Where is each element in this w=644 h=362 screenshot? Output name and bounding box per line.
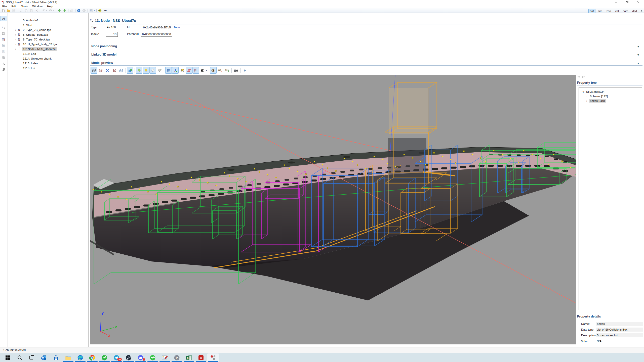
tree-item[interactable]: 0: AuthorInfo	[8, 18, 88, 23]
property-tree-item[interactable]: ›Spheres [192]	[579, 94, 642, 99]
light-2-button[interactable]	[143, 67, 149, 74]
taskbar-telegram[interactable]: 36	[111, 353, 122, 362]
expander-icon[interactable]: ›	[14, 48, 17, 51]
light-animate-button[interactable]	[156, 67, 163, 74]
section-chevron-up-icon[interactable]: ▲	[637, 62, 642, 65]
tree-item[interactable]: ›10: U_Type7_body_02.tga	[8, 42, 88, 47]
taskbar-steam[interactable]	[123, 353, 134, 362]
property-tree-item[interactable]: ∨SH3ZonesCtrl	[579, 89, 642, 94]
taskbar-store[interactable]	[50, 353, 62, 362]
expander-icon[interactable]: ›	[14, 43, 17, 46]
camera-button[interactable]	[233, 67, 239, 74]
new-id-link[interactable]: New	[174, 26, 180, 29]
show-shapes-button[interactable]	[127, 67, 133, 74]
render-mode-dropdown[interactable]: ▼	[206, 70, 207, 71]
taskbar-phone[interactable]	[147, 353, 158, 362]
id-input[interactable]	[141, 25, 172, 30]
expander-icon[interactable]: ›	[585, 95, 589, 98]
file-tab-zon[interactable]: zon	[605, 9, 613, 13]
taskbar-search[interactable]	[14, 353, 26, 362]
file-tab-dsd[interactable]: dsd	[631, 9, 638, 13]
texture-filter-button[interactable]	[1, 42, 7, 48]
render-mode-button[interactable]	[199, 67, 206, 74]
tree-item[interactable]: 1: Start	[8, 23, 88, 27]
font-filter-button[interactable]: A	[1, 60, 7, 66]
taskbar-outlook[interactable]	[38, 353, 50, 362]
close-button[interactable]	[633, 0, 644, 4]
move-down-button[interactable]	[62, 9, 67, 13]
tree-item[interactable]: ›5: Uboat7_body.tga	[8, 32, 88, 37]
info-filter-button[interactable]: i	[1, 54, 7, 60]
taskbar-discord[interactable]	[135, 353, 146, 362]
menu-edit[interactable]: Edit	[9, 5, 19, 8]
file-tab-sim[interactable]: sim	[596, 9, 604, 13]
grid-button[interactable]	[165, 67, 172, 74]
placement-filter-button[interactable]	[1, 66, 7, 72]
minimize-button[interactable]	[610, 0, 621, 4]
tree-item[interactable]: ›2: Type_7C_camo.tga	[8, 27, 88, 32]
menu-window[interactable]: Window	[30, 5, 45, 8]
show-zones-button[interactable]	[210, 67, 217, 74]
tree-item[interactable]: ›13: Node - NSS_Uboat7c	[8, 47, 88, 51]
taskbar-whatsapp[interactable]	[99, 353, 110, 362]
expander-icon[interactable]: ›	[14, 28, 17, 31]
taskbar-task-view[interactable]	[26, 353, 38, 362]
axes-button[interactable]	[172, 67, 179, 74]
taskbar-acrobat[interactable]: A	[195, 353, 207, 362]
property-tree-item[interactable]: ›Boxes [110]	[579, 99, 642, 103]
solid-button[interactable]	[111, 67, 117, 74]
expander-icon[interactable]: ∨	[581, 90, 585, 93]
new-button[interactable]	[1, 9, 6, 13]
open-button[interactable]	[6, 9, 11, 13]
menu-file[interactable]: File	[0, 5, 9, 8]
file-tab-val[interactable]: val	[614, 9, 620, 13]
show-spheres-button[interactable]: S	[217, 67, 223, 74]
bounding-box-button[interactable]	[118, 67, 124, 74]
wireframe-button[interactable]	[91, 67, 97, 74]
taskbar-chrome[interactable]	[87, 353, 98, 362]
light-1-button[interactable]	[136, 67, 142, 74]
rotate-view-button[interactable]	[224, 67, 230, 74]
tree-item[interactable]: 1216: Eof	[8, 66, 88, 70]
file-tab-cam[interactable]: cam	[621, 9, 630, 13]
filter-all-button[interactable]: All	[1, 16, 7, 21]
taskbar-excel[interactable]: X	[183, 353, 195, 362]
vertex-points-button[interactable]	[104, 67, 111, 74]
taskbar-silent-3ditor[interactable]	[207, 353, 219, 362]
index-input[interactable]	[106, 32, 118, 37]
light-3-button[interactable]	[149, 67, 156, 74]
section-linked-3d-model[interactable]: Linked 3D model▼	[90, 51, 642, 57]
tree-item[interactable]: 1213: End	[8, 51, 88, 56]
file-tab-dat[interactable]: dat	[588, 9, 595, 13]
expander-icon[interactable]: ›	[585, 100, 589, 102]
section-node-positioning[interactable]: Node positioning▼	[90, 42, 642, 49]
node-filter-button[interactable]	[1, 24, 7, 30]
sim-file-button[interactable]: SIM	[103, 9, 108, 13]
text-filter-button[interactable]	[1, 48, 7, 54]
gr2-viewer-button[interactable]: G	[97, 9, 103, 13]
section-chevron-down-icon[interactable]: ▼	[637, 54, 642, 56]
wire-shaded-button[interactable]	[97, 67, 104, 74]
clip-plane-button[interactable]	[186, 67, 192, 74]
section-model-preview[interactable]: Model preview▲	[90, 59, 642, 66]
tree-item[interactable]: 1214: Unknown chunk	[8, 56, 88, 61]
reset-origin-button[interactable]: X=0Y=0Z=0	[192, 67, 199, 74]
taskbar-paint[interactable]	[159, 353, 171, 362]
taskbar-potplayer[interactable]: P	[171, 353, 183, 362]
tree-item[interactable]: 1215: Index	[8, 61, 88, 66]
index-list-dropdown[interactable]: ▼	[93, 10, 95, 11]
play-button[interactable]	[242, 67, 248, 74]
menu-help[interactable]: Help	[45, 5, 55, 8]
model-filter-button[interactable]	[1, 30, 7, 36]
taskbar-file-explorer[interactable]	[62, 353, 74, 362]
move-up-button[interactable]	[57, 9, 62, 13]
model-viewport[interactable]: yzx	[90, 75, 576, 344]
file-tab-close-icon[interactable]: X	[640, 9, 642, 13]
parent-id-input[interactable]	[141, 32, 172, 37]
restore-button[interactable]	[621, 0, 633, 4]
expander-icon[interactable]: ›	[14, 33, 17, 36]
taskbar-edge[interactable]	[74, 353, 86, 362]
material-filter-button[interactable]	[1, 36, 7, 42]
tree-item[interactable]: ›8: Type_7C_deck.tga	[8, 37, 88, 42]
index-list-button[interactable]	[89, 9, 94, 13]
